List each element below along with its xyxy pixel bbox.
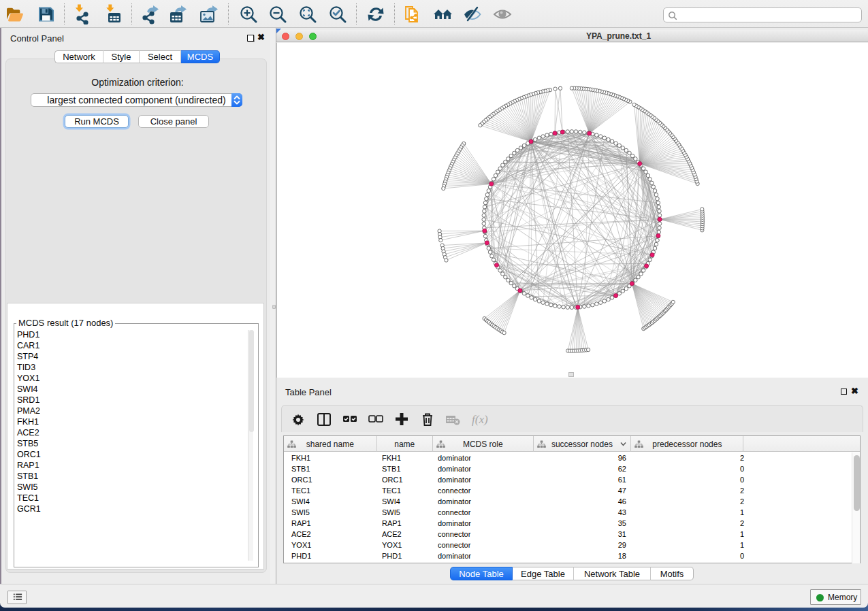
- svg-text:f(x): f(x): [472, 413, 488, 426]
